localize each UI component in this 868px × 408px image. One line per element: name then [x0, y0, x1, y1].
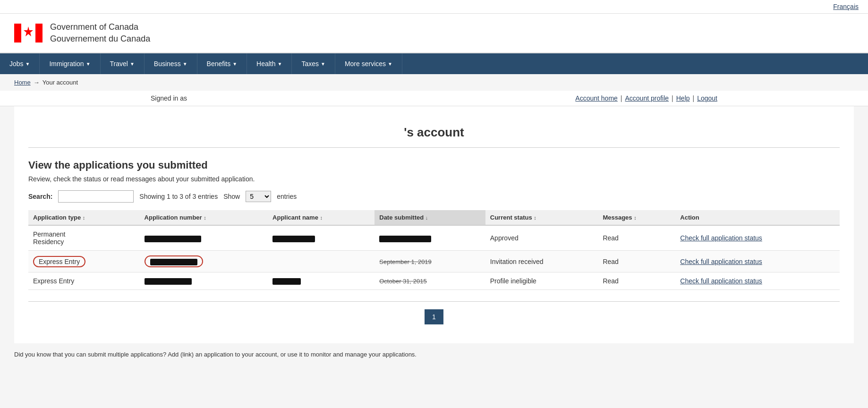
- breadcrumb: Home → Your account: [0, 74, 868, 91]
- date-strikethrough-2: September 1, 2019: [379, 258, 432, 265]
- sort-status: ↕: [534, 215, 536, 221]
- check-status-link-2[interactable]: Check full application status: [680, 258, 762, 265]
- action-cell-3: Check full application status: [675, 272, 840, 289]
- svg-rect-2: [35, 24, 43, 42]
- page-1-button[interactable]: 1: [425, 309, 443, 324]
- col-app-type[interactable]: Application type ↕: [28, 210, 140, 225]
- col-action: Action: [675, 210, 840, 225]
- col-status[interactable]: Current status ↕: [485, 210, 598, 225]
- page-title: 's account: [28, 116, 840, 148]
- col-app-num[interactable]: Application number ↕: [140, 210, 268, 225]
- messages-cell-3: Read: [598, 272, 675, 289]
- app-type-cell-3: Express Entry: [28, 272, 140, 289]
- highlighted-app-num: [145, 255, 203, 267]
- nav-business[interactable]: Business▼: [145, 53, 197, 74]
- sort-messages: ↕: [634, 215, 637, 221]
- action-cell-2: Check full application status: [675, 251, 840, 272]
- applications-table: Application type ↕ Application number ↕ …: [28, 210, 840, 290]
- messages-cell-2: Read: [598, 251, 675, 272]
- breadcrumb-home[interactable]: Home: [14, 79, 31, 86]
- sort-app-num: ↕: [204, 215, 206, 221]
- nav-immigration[interactable]: Immigration▼: [40, 53, 100, 74]
- date-cell: [374, 225, 485, 251]
- search-input[interactable]: [58, 190, 134, 203]
- section-description: Review, check the status or read message…: [28, 175, 840, 183]
- signed-in-label: Signed in as: [151, 94, 187, 102]
- status-cell: Approved: [485, 225, 598, 251]
- sep-1: |: [621, 94, 622, 102]
- app-num-cell: [140, 225, 268, 251]
- table-row: PermanentResidency Approved Read Check f…: [28, 225, 840, 251]
- date-cell-3: October 31, 2015: [374, 272, 485, 289]
- redacted-app-name-3: [272, 278, 301, 285]
- government-name: Government of Canada Gouvernement du Can…: [50, 21, 150, 45]
- col-app-name[interactable]: Applicant name ↕: [268, 210, 374, 225]
- check-status-link-1[interactable]: Check full application status: [680, 234, 762, 242]
- account-links: Account home | Account profile | Help | …: [575, 94, 717, 102]
- nav-benefits[interactable]: Benefits▼: [197, 53, 247, 74]
- col-date[interactable]: Date submitted ↓: [374, 210, 485, 225]
- redacted-app-name: [272, 236, 315, 242]
- bottom-note: Did you know that you can submit multipl…: [0, 343, 868, 366]
- account-bar: Signed in as Account home | Account prof…: [0, 91, 868, 106]
- nav-travel-arrow: ▼: [130, 61, 135, 67]
- messages-cell: Read: [598, 225, 675, 251]
- app-name-cell-2: [268, 251, 374, 272]
- site-header: Government of Canada Gouvernement du Can…: [0, 14, 868, 53]
- highlighted-app-type: Express Entry: [33, 256, 85, 267]
- nav-immigration-arrow: ▼: [86, 61, 91, 67]
- entries-label: entries: [277, 193, 297, 200]
- nav-more-services[interactable]: More services▼: [335, 53, 402, 74]
- table-row: Express Entry October 31, 2015 Profile i…: [28, 272, 840, 289]
- redacted-app-num: [145, 236, 201, 242]
- account-profile-link[interactable]: Account profile: [625, 94, 669, 102]
- col-messages[interactable]: Messages ↕: [598, 210, 675, 225]
- check-status-link-3[interactable]: Check full application status: [680, 277, 762, 285]
- nav-jobs-arrow: ▼: [26, 61, 30, 67]
- language-bar: Français: [0, 0, 868, 14]
- app-name-cell: [268, 225, 374, 251]
- account-home-link[interactable]: Account home: [575, 94, 618, 102]
- sort-app-type: ↕: [83, 215, 85, 221]
- sort-date: ↓: [425, 215, 428, 221]
- app-name-cell-3: [268, 272, 374, 289]
- app-type-cell: PermanentResidency: [28, 225, 140, 251]
- nav-more-services-arrow: ▼: [388, 61, 392, 67]
- date-strikethrough-3: October 31, 2015: [379, 278, 426, 285]
- sep-3: |: [693, 94, 695, 102]
- show-label: Show: [223, 193, 240, 200]
- app-type-cell-2: Express Entry: [28, 251, 140, 272]
- canada-flag: [14, 24, 43, 42]
- sort-app-name: ↕: [320, 215, 323, 221]
- main-navbar: Jobs▼ Immigration▼ Travel▼ Business▼ Ben…: [0, 53, 868, 74]
- redacted-app-num-2: [150, 259, 197, 265]
- sep-2: |: [672, 94, 673, 102]
- pagination: 1: [28, 301, 840, 324]
- table-row: Express Entry September 1, 2019 Invitati…: [28, 251, 840, 272]
- app-num-cell-3: [140, 272, 268, 289]
- nav-taxes-arrow: ▼: [321, 61, 325, 67]
- status-cell-3: Profile ineligible: [485, 272, 598, 289]
- redacted-date: [379, 236, 431, 242]
- search-label: Search:: [28, 193, 52, 200]
- help-link[interactable]: Help: [676, 94, 690, 102]
- main-content: 's account View the applications you sub…: [14, 106, 854, 343]
- nav-travel[interactable]: Travel▼: [101, 53, 145, 74]
- nav-benefits-arrow: ▼: [232, 61, 237, 67]
- section-title: View the applications you submitted: [28, 159, 840, 171]
- status-cell-2: Invitation received: [485, 251, 598, 272]
- svg-rect-0: [14, 24, 21, 42]
- nav-health-arrow: ▼: [278, 61, 282, 67]
- breadcrumb-separator: →: [34, 79, 40, 86]
- nav-health[interactable]: Health▼: [247, 53, 292, 74]
- french-link[interactable]: Français: [833, 3, 859, 10]
- redacted-app-num-3: [145, 278, 192, 285]
- action-cell: Check full application status: [675, 225, 840, 251]
- nav-business-arrow: ▼: [183, 61, 187, 67]
- nav-taxes[interactable]: Taxes▼: [292, 53, 335, 74]
- app-num-cell-2: [140, 251, 268, 272]
- nav-jobs[interactable]: Jobs▼: [0, 53, 40, 74]
- logout-link[interactable]: Logout: [697, 94, 717, 102]
- show-select[interactable]: 5 10 25 50 100: [246, 191, 271, 202]
- showing-text: Showing 1 to 3 of 3 entries: [139, 193, 218, 200]
